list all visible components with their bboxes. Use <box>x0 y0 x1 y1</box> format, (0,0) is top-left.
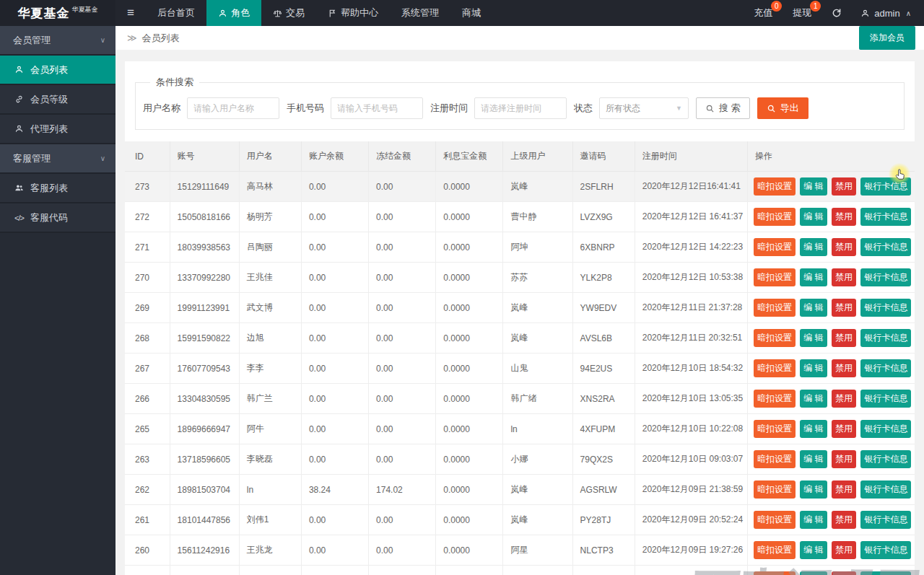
username-input[interactable] <box>187 97 279 119</box>
deduct-settings-button[interactable]: 暗扣设置 <box>754 359 796 377</box>
cell-regtime: 2020年12月09日 19:27:26 <box>635 535 747 566</box>
disable-button[interactable]: 禁用 <box>832 208 856 226</box>
cell-id: 272 <box>125 202 170 232</box>
disable-button[interactable]: 禁用 <box>832 480 856 499</box>
cell-account: 13370992280 <box>170 263 239 293</box>
bank-info-button[interactable]: 银行卡信息 <box>860 238 911 256</box>
edit-button[interactable]: 编 辑 <box>800 390 827 408</box>
cell-regtime: 2020年12月11日 20:32:51 <box>635 323 747 354</box>
deduct-settings-button[interactable]: 暗扣设置 <box>754 329 796 347</box>
edit-button[interactable]: 编 辑 <box>800 480 827 499</box>
deduct-settings-button[interactable]: 暗扣设置 <box>754 450 796 468</box>
bank-info-button[interactable]: 银行卡信息 <box>860 329 911 347</box>
withdraw-link[interactable]: 提现 1 <box>783 0 821 26</box>
cell-invite-code: YW9EDV <box>572 293 635 323</box>
bank-info-button[interactable]: 银行卡信息 <box>860 480 911 499</box>
bank-info-button[interactable]: 银行卡信息 <box>860 511 911 529</box>
edit-button[interactable]: 编 辑 <box>800 329 827 347</box>
disable-button[interactable]: 禁用 <box>832 420 856 438</box>
deduct-settings-button[interactable]: 暗扣设置 <box>754 420 796 438</box>
disable-button[interactable]: 禁用 <box>832 511 856 529</box>
deduct-settings-button[interactable]: 暗扣设置 <box>754 177 796 196</box>
cell-frozen: 174.02 <box>369 475 436 505</box>
cell-parent-user: 小娜 <box>503 444 572 475</box>
cell-username: 郝鑫 <box>239 566 301 575</box>
edit-button[interactable]: 编 辑 <box>800 359 827 377</box>
sidebar-item-0-1[interactable]: 会员等级 <box>0 85 116 115</box>
deduct-settings-button[interactable]: 暗扣设置 <box>754 511 796 529</box>
bank-info-button[interactable]: 银行卡信息 <box>860 268 911 286</box>
bank-info-button[interactable]: 银行卡信息 <box>860 359 911 377</box>
recharge-link[interactable]: 充值 0 <box>744 0 783 26</box>
cell-invite-code: YLK2P8 <box>572 263 635 293</box>
bank-info-button[interactable]: 银行卡信息 <box>860 571 911 575</box>
disable-button[interactable]: 禁用 <box>832 571 856 575</box>
edit-button[interactable]: 编 辑 <box>800 238 827 256</box>
edit-button[interactable]: 编 辑 <box>800 541 827 559</box>
sidebar-item-1-0[interactable]: 客服列表 <box>0 174 116 203</box>
bank-info-button[interactable]: 银行卡信息 <box>860 541 911 559</box>
menu-toggle-icon[interactable]: ≡ <box>116 0 146 26</box>
bank-info-button[interactable]: 银行卡信息 <box>860 420 911 438</box>
withdraw-badge: 1 <box>810 1 821 12</box>
column-header: 注册时间 <box>635 141 747 172</box>
bank-info-button[interactable]: 银行卡信息 <box>860 390 911 408</box>
bank-info-button[interactable]: 银行卡信息 <box>860 208 911 226</box>
phone-input[interactable] <box>331 97 423 119</box>
user-menu[interactable]: admin ∧ <box>852 0 924 26</box>
bank-info-button[interactable]: 银行卡信息 <box>860 177 911 196</box>
regtime-input[interactable] <box>474 97 567 119</box>
disable-button[interactable]: 禁用 <box>832 177 856 196</box>
nav-item-5[interactable]: 商城 <box>450 0 492 26</box>
disable-button[interactable]: 禁用 <box>832 450 856 468</box>
edit-button[interactable]: 编 辑 <box>800 571 827 575</box>
export-button[interactable]: 导出 <box>757 97 808 119</box>
cell-id: 273 <box>125 172 170 202</box>
cell-account: 15129111649 <box>170 172 239 202</box>
table-row: 266 13304830595 韩广兰 0.00 0.00 0.0000 韩广绪… <box>125 384 915 414</box>
deduct-settings-button[interactable]: 暗扣设置 <box>754 208 796 226</box>
edit-button[interactable]: 编 辑 <box>800 208 827 226</box>
disable-button[interactable]: 禁用 <box>832 268 856 286</box>
sidebar-group-1[interactable]: 客服管理∨ <box>0 144 116 174</box>
sidebar-group-0[interactable]: 会员管理∨ <box>0 26 116 56</box>
deduct-settings-button[interactable]: 暗扣设置 <box>754 268 796 286</box>
deduct-settings-button[interactable]: 暗扣设置 <box>754 480 796 499</box>
deduct-settings-button[interactable]: 暗扣设置 <box>754 238 796 256</box>
bank-info-button[interactable]: 银行卡信息 <box>860 450 911 468</box>
cell-account: 18969666947 <box>170 414 239 444</box>
nav-item-0[interactable]: 后台首页 <box>146 0 206 26</box>
sidebar-item-0-2[interactable]: 代理列表 <box>0 115 116 144</box>
add-member-button[interactable]: 添加会员 <box>859 26 915 50</box>
search-button[interactable]: 搜 索 <box>696 97 750 119</box>
deduct-settings-button[interactable]: 暗扣设置 <box>754 571 796 575</box>
sidebar-item-1-1[interactable]: </>客服代码 <box>0 203 116 233</box>
refresh-icon[interactable] <box>821 0 852 26</box>
cell-balance: 0.00 <box>301 172 368 202</box>
sidebar-item-0-0[interactable]: 会员列表 <box>0 56 116 85</box>
deduct-settings-button[interactable]: 暗扣设置 <box>754 390 796 408</box>
edit-button[interactable]: 编 辑 <box>800 420 827 438</box>
nav-item-2[interactable]: 交易 <box>261 0 316 26</box>
nav-item-4[interactable]: 系统管理 <box>390 0 450 26</box>
search-panel: 条件搜索 用户名称 手机号码 注册时间 状态 <box>135 76 905 130</box>
edit-button[interactable]: 编 辑 <box>800 299 827 317</box>
edit-button[interactable]: 编 辑 <box>800 450 827 468</box>
disable-button[interactable]: 禁用 <box>832 329 856 347</box>
deduct-settings-button[interactable]: 暗扣设置 <box>754 299 796 317</box>
cell-invite-code: PY28TJ <box>572 505 635 535</box>
disable-button[interactable]: 禁用 <box>832 299 856 317</box>
edit-button[interactable]: 编 辑 <box>800 511 827 529</box>
deduct-settings-button[interactable]: 暗扣设置 <box>754 541 796 559</box>
edit-button[interactable]: 编 辑 <box>800 177 827 196</box>
nav-item-1[interactable]: 角色 <box>206 0 261 26</box>
disable-button[interactable]: 禁用 <box>832 541 856 559</box>
disable-button[interactable]: 禁用 <box>832 238 856 256</box>
disable-button[interactable]: 禁用 <box>832 359 856 377</box>
bank-info-button[interactable]: 银行卡信息 <box>860 299 911 317</box>
disable-button[interactable]: 禁用 <box>832 390 856 408</box>
nav-item-3[interactable]: 帮助中心 <box>316 0 390 26</box>
status-select[interactable]: 所有状态 ▼ <box>599 97 689 119</box>
cell-frozen: 0.00 <box>369 323 436 354</box>
edit-button[interactable]: 编 辑 <box>800 268 827 286</box>
